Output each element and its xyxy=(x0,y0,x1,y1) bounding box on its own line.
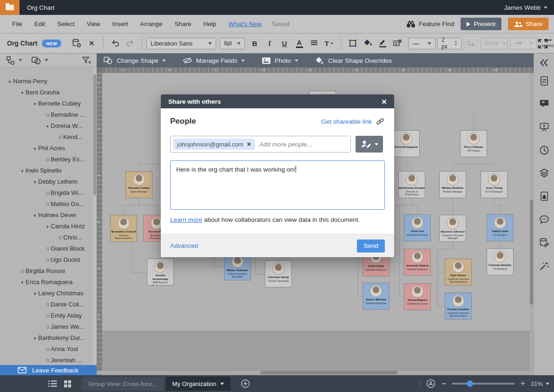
send-button[interactable]: Send xyxy=(357,239,385,252)
tree-item-chris[interactable]: Chris... xyxy=(0,232,97,243)
org-card-anna-yost[interactable]: Anna YostSoftware Engineer xyxy=(404,214,431,241)
list-view-icon[interactable] xyxy=(48,380,57,387)
zoom-percent-dropdown[interactable]: 31% xyxy=(531,380,549,387)
tree-item-dante-coll[interactable]: Dante Coll... xyxy=(0,299,97,310)
menu-item-insert[interactable]: Insert xyxy=(112,20,128,27)
leaf-node-icon[interactable] xyxy=(44,312,51,319)
magic-wand-icon[interactable] xyxy=(539,260,550,272)
tree-item-holmes-dever[interactable]: ▼Holmes Dever xyxy=(0,209,97,220)
tree-item-bent-grasha[interactable]: ▼Bent Grasha xyxy=(0,86,97,98)
org-shape-dropdown[interactable] xyxy=(6,55,22,66)
tree-item-gianni-block[interactable]: Gianni Block xyxy=(0,243,97,254)
font-family-select[interactable]: Liberation Sans xyxy=(146,38,216,49)
tab-my-organization[interactable]: My Organization xyxy=(166,377,231,391)
grid-view-icon[interactable] xyxy=(64,380,72,388)
leaf-node-icon[interactable] xyxy=(57,133,63,140)
leaf-node-icon[interactable] xyxy=(44,345,51,352)
org-card-jonis-thring[interactable]: Jonis ThringSr UX Designer xyxy=(481,171,508,198)
tree-scrollbar-thumb[interactable] xyxy=(93,74,96,195)
org-card-kendra-scrammage[interactable]: Kendra ScrammageB2B Account Representati… xyxy=(147,259,174,286)
leaf-node-icon[interactable] xyxy=(44,156,51,163)
manage-fields-dropdown[interactable]: Manage Fields xyxy=(183,57,245,64)
collapse-arrow-icon[interactable]: ▼ xyxy=(19,89,26,96)
zoom-slider-thumb[interactable] xyxy=(467,380,473,387)
org-card-bernelle-cubley[interactable]: Bernelle CubleySales Manager xyxy=(125,171,152,198)
message-textarea[interactable]: Here is the org chart that I was working… xyxy=(170,160,385,210)
permission-dropdown[interactable] xyxy=(356,136,383,153)
leaf-node-icon[interactable] xyxy=(57,234,63,241)
leave-feedback-button[interactable]: Leave Feedback xyxy=(0,365,97,375)
org-card-beyonce-johnson[interactable]: Beyonce JohnsonCustomer Success Manager xyxy=(439,215,466,242)
photo-dropdown[interactable]: Photo xyxy=(262,57,298,65)
org-card-james-webster[interactable]: James WebsterSoftware Engineer xyxy=(363,283,389,310)
collapse-arrow-icon[interactable]: ▼ xyxy=(19,167,26,174)
zoom-slider[interactable] xyxy=(452,383,514,385)
shape-frame-icon[interactable] xyxy=(347,37,359,49)
org-card-bartholemy-durgan[interactable]: Bartholemy DurganDirector of Engineering xyxy=(398,171,425,198)
close-panel-icon[interactable]: × xyxy=(86,37,98,49)
collapse-arrow-icon[interactable]: ▼ xyxy=(44,122,51,129)
menu-item-view[interactable]: View xyxy=(87,20,100,27)
org-card-bernadine-godsell[interactable]: Bernadine GodsellAccount Representative xyxy=(110,215,137,242)
tree-item-norma-perry[interactable]: ▼Norma Perry xyxy=(0,75,97,86)
tree-item-phil-acres[interactable]: ▼Phil Acres xyxy=(0,142,97,153)
clear-shape-overrides-button[interactable]: Clear Shape Overrides xyxy=(315,56,392,65)
tree-item-bernadine[interactable]: Bernadine ... xyxy=(0,109,97,120)
zoom-in-button[interactable]: + xyxy=(520,379,525,388)
tree-item-camila-hintz[interactable]: ▼Camila Hintz xyxy=(0,220,97,232)
redo-icon[interactable] xyxy=(124,37,136,49)
leaf-node-icon[interactable] xyxy=(44,357,51,364)
line-color-button[interactable] xyxy=(376,37,389,49)
leaf-node-icon[interactable] xyxy=(44,245,51,252)
user-menu[interactable]: James Webb xyxy=(504,0,547,15)
org-card-thomas-hopkins[interactable]: Thomas HopkinsCustomer Success Represent… xyxy=(445,292,472,319)
data-linking-icon[interactable] xyxy=(539,237,550,248)
remove-recipient-icon[interactable]: × xyxy=(247,140,251,148)
line-style-select[interactable]: — xyxy=(409,38,435,49)
org-card-christian-vandy[interactable]: Christian VandyContent Specialist xyxy=(265,260,292,287)
tree-item-emily-alday[interactable]: Emily Alday xyxy=(0,310,97,321)
recipients-input[interactable]: johnjohnson@gmail.com × Add more people.… xyxy=(170,136,351,153)
menu-item-arrange[interactable]: Arrange xyxy=(140,20,162,27)
fill-color-button[interactable] xyxy=(362,37,374,49)
present-slides-icon[interactable] xyxy=(539,121,550,133)
fit-to-screen-icon[interactable] xyxy=(426,379,436,389)
line-width-stepper[interactable]: 2 px ▲▼ xyxy=(437,38,462,49)
menu-item-select[interactable]: Select xyxy=(57,20,75,27)
leaf-node-icon[interactable] xyxy=(44,323,51,330)
collapse-icon[interactable] xyxy=(539,57,550,68)
text-color-button[interactable]: A xyxy=(293,37,305,49)
underline-button[interactable]: U xyxy=(278,37,290,49)
tree-item-kend[interactable]: Kend... xyxy=(0,131,97,142)
page-settings-icon[interactable] xyxy=(539,75,550,86)
tree-item-dorena-w[interactable]: ▼Dorena W... xyxy=(0,120,97,131)
stepper-arrows-icon[interactable]: ▲▼ xyxy=(455,40,457,46)
org-card-mickey-neilands[interactable]: Mickey NeilandsProduct Manager xyxy=(439,171,466,198)
recipient-chip[interactable]: johnjohnson@gmail.com × xyxy=(173,139,255,150)
fullscreen-icon[interactable] xyxy=(537,38,548,49)
canvas-vscrollbar-thumb[interactable] xyxy=(530,200,533,305)
org-card-percy-veltman[interactable]: Percy VeltmanVP Product xyxy=(460,130,487,157)
tree-item-brigida-wi[interactable]: Brigida Wi... xyxy=(0,187,97,198)
tree-item-erica-romaguera[interactable]: ▼Erica Romaguera xyxy=(0,276,97,287)
leaf-node-icon[interactable] xyxy=(44,301,51,308)
advanced-link[interactable]: Advanced xyxy=(170,242,198,249)
notes-icon[interactable]: ❞ xyxy=(539,98,550,109)
tree-item-irwin-spinello[interactable]: ▼Irwin Spinello xyxy=(0,165,97,176)
present-button[interactable]: Present xyxy=(461,18,501,30)
tab-group-view[interactable]: Group View: Cross-func... xyxy=(82,377,164,391)
menu-item-file[interactable]: File xyxy=(12,20,22,27)
tree-item-ugo-duckit[interactable]: Ugo Duckit xyxy=(0,254,97,265)
tree-item-jeremiah[interactable]: Jeremiah ... xyxy=(0,354,97,365)
leaf-node-icon[interactable] xyxy=(19,267,26,274)
leaf-node-icon[interactable] xyxy=(44,189,51,196)
font-size-select[interactable]: 8pt xyxy=(220,38,245,49)
tree-item-anna-yost[interactable]: Anna Yost xyxy=(0,343,97,354)
history-icon[interactable] xyxy=(539,145,550,156)
shape-library-dropdown[interactable] xyxy=(31,55,48,66)
tree-item-bernelle-cubley[interactable]: ▼Bernelle Cubley xyxy=(0,98,97,109)
tree-item-bartholemy-dur[interactable]: ▼Bartholemy Dur... xyxy=(0,332,97,343)
org-card-dathyl-judd[interactable]: Dathyl JuddUX Designer xyxy=(487,214,514,241)
text-align-button[interactable] xyxy=(308,37,320,49)
close-icon[interactable]: × xyxy=(382,97,387,106)
